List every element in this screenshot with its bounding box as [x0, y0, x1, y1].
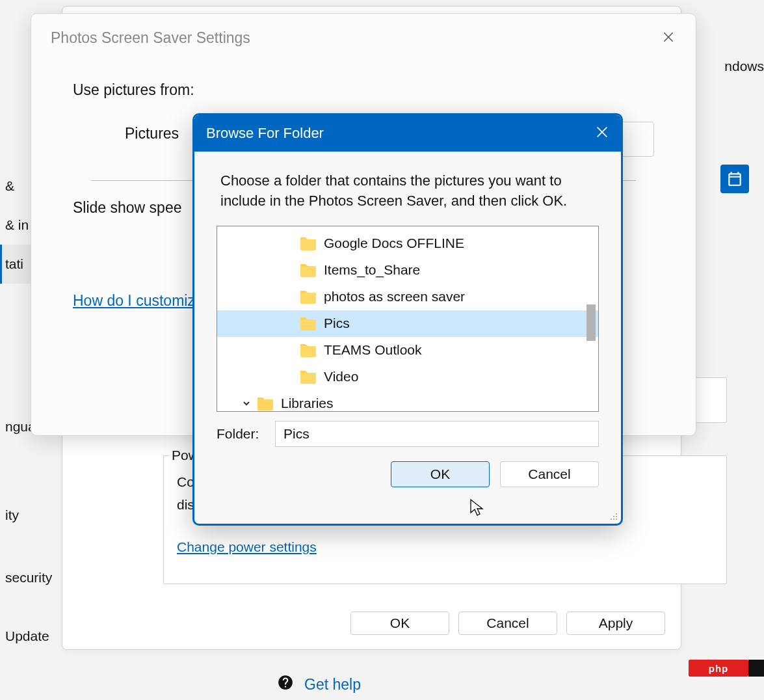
- apply-button[interactable]: Apply: [566, 612, 665, 635]
- folder-icon: [299, 316, 317, 330]
- folder-field-label: Folder:: [217, 426, 263, 442]
- folder-tree-item[interactable]: Video: [217, 364, 598, 390]
- close-icon[interactable]: [595, 125, 609, 142]
- folder-tree-item-selected[interactable]: Pics: [217, 310, 598, 337]
- folder-icon: [299, 263, 317, 277]
- sidebar-item[interactable]: security: [0, 558, 64, 597]
- svg-point-5: [611, 518, 612, 520]
- svg-point-0: [616, 513, 617, 515]
- folder-tree-item[interactable]: Google Docs OFFLINE: [217, 230, 598, 257]
- ok-button[interactable]: OK: [391, 461, 490, 487]
- browse-titlebar: Browse For Folder: [194, 115, 621, 152]
- folder-icon: [299, 343, 317, 357]
- use-pictures-label: Use pictures from:: [73, 81, 654, 99]
- browse-for-folder-dialog: Browse For Folder Choose a folder that c…: [192, 113, 623, 526]
- folder-tree-item[interactable]: Items_to_Share: [217, 257, 598, 284]
- folder-name: Items_to_Share: [324, 262, 420, 278]
- folder-name: Google Docs OFFLINE: [324, 236, 464, 251]
- close-icon[interactable]: [659, 28, 678, 46]
- sidebar-item[interactable]: ity: [0, 496, 64, 535]
- cancel-button[interactable]: Cancel: [500, 461, 599, 487]
- folder-icon: [299, 289, 317, 304]
- ok-button[interactable]: OK: [350, 612, 449, 635]
- customize-link[interactable]: How do I customize: [73, 292, 204, 310]
- folder-name: TEAMS Outlook: [324, 342, 422, 358]
- folder-name: photos as screen saver: [324, 289, 465, 304]
- browse-instructions: Choose a folder that contains the pictur…: [194, 152, 621, 221]
- svg-point-3: [616, 518, 617, 520]
- change-power-settings-link[interactable]: Change power settings: [177, 539, 317, 555]
- sidebar-item[interactable]: Update: [0, 617, 64, 656]
- folder-input[interactable]: [275, 421, 599, 447]
- calendar-icon[interactable]: [720, 165, 749, 193]
- folder-icon: [256, 396, 274, 411]
- folder-name: Video: [324, 369, 358, 384]
- scrollbar-thumb[interactable]: [586, 304, 596, 341]
- svg-point-4: [613, 518, 614, 520]
- browse-title: Browse For Folder: [206, 125, 324, 142]
- get-help-link[interactable]: Get help: [277, 674, 361, 695]
- pictures-path: Pictures: [125, 125, 179, 142]
- svg-point-1: [616, 516, 617, 517]
- help-icon: [277, 674, 294, 695]
- resize-grip-icon[interactable]: [609, 512, 618, 521]
- folder-name: Libraries: [281, 396, 334, 411]
- folder-tree-item[interactable]: photos as screen saver: [217, 284, 598, 310]
- folder-icon: [299, 236, 317, 250]
- watermark: php: [689, 660, 748, 677]
- dialog-title: Photos Screen Saver Settings: [51, 29, 250, 47]
- svg-point-2: [613, 516, 614, 517]
- bg-window-peek: ndows: [724, 59, 764, 74]
- folder-name: Pics: [324, 316, 350, 331]
- cancel-button[interactable]: Cancel: [458, 612, 557, 635]
- folder-tree-item[interactable]: TEAMS Outlook: [217, 337, 598, 364]
- libraries-tree-item[interactable]: Libraries: [217, 390, 598, 412]
- help-label: Get help: [304, 676, 361, 693]
- chevron-down-icon: [242, 399, 251, 408]
- folder-tree[interactable]: Google Docs OFFLINE Items_to_Share photo…: [217, 226, 599, 412]
- folder-icon: [299, 370, 317, 384]
